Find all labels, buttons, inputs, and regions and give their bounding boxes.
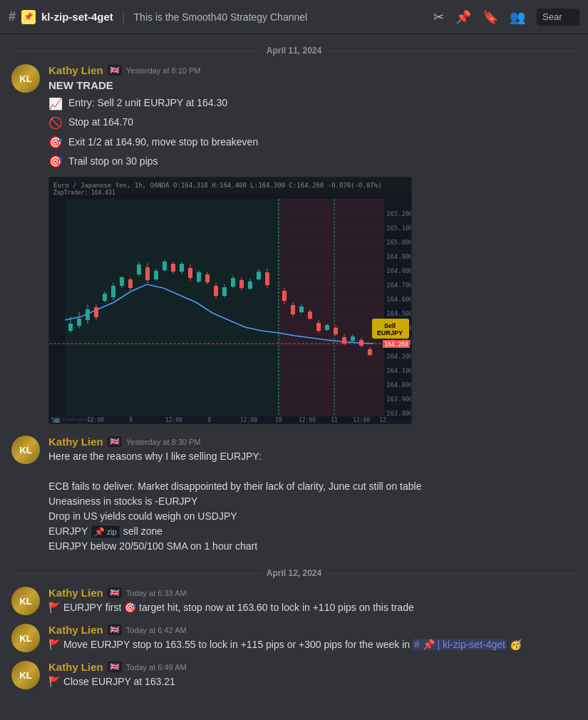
message-group-5: Kathy Lien 🇬🇧 Today at 6:49 AM 🚩 Close E… bbox=[0, 658, 588, 692]
svg-rect-58 bbox=[163, 262, 167, 270]
channel-topic: This is the Smooth40 Strategy Channel bbox=[134, 11, 308, 23]
search-box[interactable]: Sear bbox=[537, 9, 579, 26]
svg-rect-80 bbox=[257, 272, 261, 279]
trade-exit: 🎯 Exit 1/2 at 164.90, move stop to break… bbox=[48, 133, 577, 152]
message-header-3: Kathy Lien 🇬🇧 Today at 6:33 AM bbox=[48, 587, 577, 599]
svg-text:164.700: 164.700 bbox=[386, 282, 412, 289]
svg-rect-42 bbox=[94, 307, 98, 317]
svg-text:165.100: 165.100 bbox=[386, 225, 412, 232]
author-badge-5: 🇬🇧 bbox=[108, 662, 122, 672]
svg-rect-106 bbox=[368, 349, 372, 355]
divider-line-left-2 bbox=[11, 573, 261, 574]
message-content-5: Kathy Lien 🇬🇧 Today at 6:49 AM 🚩 Close E… bbox=[48, 661, 577, 689]
bookmark-icon[interactable]: 🔖 bbox=[483, 9, 498, 25]
svg-rect-100 bbox=[342, 337, 346, 344]
close-msg: 🚩 Close EURJPY at 163.21 bbox=[48, 674, 577, 689]
message-body-4: 🚩 Move EURJPY stop to 163.55 to lock in … bbox=[48, 637, 577, 652]
svg-text:165.200: 165.200 bbox=[386, 210, 412, 217]
message-body-2: Here are the reasons why I like selling … bbox=[48, 449, 577, 554]
slash-icon[interactable]: ✂ bbox=[433, 9, 444, 25]
zip-badge: 📌zip bbox=[91, 525, 120, 539]
author-badge-2: 🇬🇧 bbox=[108, 436, 122, 447]
message-group-2: Kathy Lien 🇬🇧 Yesterday at 8:30 PM Here … bbox=[0, 433, 588, 557]
target-emoji-1: 🎯 bbox=[48, 133, 63, 152]
timestamp-2: Yesterday at 8:30 PM bbox=[126, 438, 201, 446]
svg-text:12:00: 12:00 bbox=[299, 417, 316, 423]
svg-text:164.260: 164.260 bbox=[384, 341, 408, 348]
stop-text: Stop at 164.70 bbox=[68, 114, 133, 131]
svg-rect-44 bbox=[103, 294, 107, 301]
avatar-kathy-1 bbox=[11, 64, 40, 93]
svg-rect-82 bbox=[265, 272, 269, 285]
svg-text:164.500: 164.500 bbox=[386, 310, 412, 317]
svg-rect-56 bbox=[154, 271, 158, 279]
svg-text:ZapTrader: 164.431: ZapTrader: 164.431 bbox=[53, 190, 115, 196]
stop-emoji: 🚫 bbox=[48, 113, 63, 133]
reasons-intro: Here are the reasons why I like selling … bbox=[48, 449, 577, 464]
pin-icon[interactable]: 📌 bbox=[455, 9, 471, 25]
target-emoji-2: 🎯 bbox=[48, 152, 63, 171]
svg-rect-36 bbox=[68, 324, 73, 331]
chart-svg: Euro / Japanese Yen, 1h, OANDA O:164.318… bbox=[49, 178, 412, 423]
message-body-3: 🚩 EURJPY first 🎯 target hit, stop now at… bbox=[48, 600, 577, 615]
svg-text:164.900: 164.900 bbox=[386, 253, 412, 260]
message-group-1: Kathy Lien 🇬🇧 Yesterday at 8:10 PM NEW T… bbox=[0, 61, 588, 427]
svg-rect-46 bbox=[111, 286, 115, 297]
members-icon[interactable]: 👥 bbox=[510, 9, 525, 25]
svg-rect-86 bbox=[282, 291, 287, 301]
avatar-kathy-5 bbox=[11, 661, 40, 689]
author-badge-4: 🇬🇧 bbox=[108, 624, 122, 635]
divider-line-right-2 bbox=[327, 573, 577, 574]
date-divider-april12: April 12, 2024 bbox=[0, 557, 588, 584]
svg-text:12: 12 bbox=[379, 417, 386, 423]
channel-icon: 📌 bbox=[21, 10, 36, 24]
author-name-5: Kathy Lien bbox=[48, 661, 103, 673]
message-header-1: Kathy Lien 🇬🇧 Yesterday at 8:10 PM bbox=[48, 64, 577, 76]
new-trade-label: NEW TRADE bbox=[48, 78, 577, 94]
svg-rect-98 bbox=[334, 328, 338, 334]
svg-rect-90 bbox=[299, 307, 304, 312]
svg-rect-94 bbox=[316, 323, 321, 331]
chart-emoji: 📈 bbox=[48, 94, 63, 113]
svg-text:12:00: 12:00 bbox=[353, 417, 370, 423]
message-body-5: 🚩 Close EURJPY at 163.21 bbox=[48, 674, 577, 689]
svg-text:12:00: 12:00 bbox=[240, 417, 257, 423]
svg-rect-72 bbox=[222, 287, 227, 296]
timestamp-1: Yesterday at 8:10 PM bbox=[126, 66, 201, 75]
svg-rect-70 bbox=[214, 286, 218, 296]
reason-3: Drop in US yields could weigh on USDJPY bbox=[48, 509, 577, 524]
message-header-2: Kathy Lien 🇬🇧 Yesterday at 8:30 PM bbox=[48, 436, 577, 448]
author-name-1: Kathy Lien bbox=[48, 64, 103, 76]
author-name-3: Kathy Lien bbox=[48, 587, 103, 599]
svg-text:EURJPY: EURJPY bbox=[377, 329, 403, 336]
svg-text:11: 11 bbox=[331, 417, 338, 423]
author-name-2: Kathy Lien bbox=[48, 436, 103, 448]
svg-rect-60 bbox=[171, 264, 175, 272]
exit-text: Exit 1/2 at 164.90, move stop to breakev… bbox=[68, 134, 258, 151]
hash-icon: # bbox=[9, 9, 16, 24]
svg-rect-62 bbox=[180, 264, 184, 272]
header-actions: ✂ 📌 🔖 👥 Sear bbox=[433, 9, 579, 26]
date-label-april12: April 12, 2024 bbox=[267, 568, 321, 578]
svg-text:164.100: 164.100 bbox=[386, 367, 412, 374]
svg-rect-104 bbox=[359, 340, 363, 346]
avatar-kathy-4 bbox=[11, 624, 40, 652]
svg-rect-78 bbox=[248, 282, 252, 289]
timestamp-3: Today at 6:33 AM bbox=[126, 589, 187, 597]
message-body-1: NEW TRADE 📈 Entry: Sell 2 unit EURJPY at… bbox=[48, 78, 577, 424]
svg-text:164.800: 164.800 bbox=[386, 267, 412, 274]
author-name-4: Kathy Lien bbox=[48, 624, 103, 636]
svg-text:8: 8 bbox=[208, 417, 212, 423]
svg-text:12:00: 12:00 bbox=[165, 417, 182, 423]
svg-rect-54 bbox=[145, 267, 150, 280]
chart-image: Euro / Japanese Yen, 1h, OANDA O:164.318… bbox=[49, 178, 412, 423]
svg-text:164.200: 164.200 bbox=[386, 353, 412, 360]
svg-text:163.800: 163.800 bbox=[386, 410, 412, 417]
svg-text:165.000: 165.000 bbox=[386, 239, 412, 246]
header-divider: | bbox=[122, 9, 125, 24]
reason-1: ECB fails to deliver. Market disappointe… bbox=[48, 479, 577, 494]
channel-mention-4[interactable]: # 📌 | kl-zip-set-4get bbox=[413, 639, 507, 650]
message-header-5: Kathy Lien 🇬🇧 Today at 6:49 AM bbox=[48, 661, 577, 673]
svg-rect-74 bbox=[231, 278, 235, 287]
flag-emoji-4: 🚩 bbox=[48, 639, 61, 650]
